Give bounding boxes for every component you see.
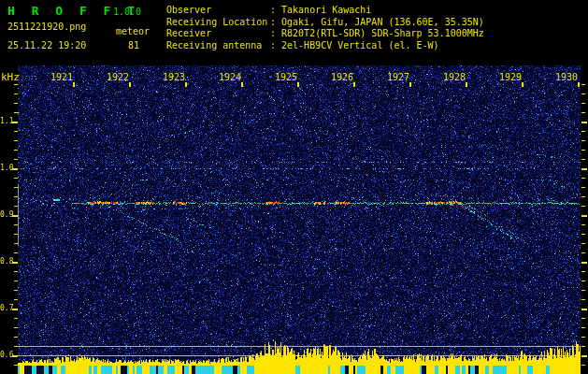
spectrogram-canvas bbox=[0, 0, 588, 374]
echo-count: 81 bbox=[128, 40, 139, 50]
y-tick-label: 0.8 bbox=[0, 258, 12, 266]
mode-label: meteor bbox=[116, 26, 150, 36]
filename: 2511221920.png bbox=[7, 22, 86, 32]
x-tick-label: 1925 bbox=[274, 73, 297, 82]
info-row-observer: Observer: Takanori Kawachi bbox=[166, 5, 484, 17]
info-label: Receiving antenna bbox=[166, 40, 270, 52]
y-tick-label: 0.9 bbox=[0, 211, 12, 219]
info-value: : Takanori Kawachi bbox=[270, 5, 371, 15]
info-label: Observer bbox=[166, 5, 270, 17]
datetime-label: 25.11.22 19:20 bbox=[7, 40, 86, 50]
y-tick-label: 1.0 bbox=[0, 165, 12, 172]
info-value: : R820T2(RTL-SDR) SDR-Sharp 53.1000MHz bbox=[270, 28, 484, 38]
info-row-location: Receiving Location: Ogaki, Gifu, JAPAN (… bbox=[166, 17, 484, 29]
y-tick-label: 0.6 bbox=[0, 352, 12, 359]
x-tick-label: 1926 bbox=[330, 73, 353, 82]
info-row-antenna: Receiving antenna: 2el-HB9CV Vertical (e… bbox=[166, 40, 484, 52]
x-tick-label: 1922 bbox=[106, 73, 129, 82]
x-tick-label: 1928 bbox=[442, 73, 466, 82]
info-label: Receiver bbox=[166, 28, 270, 40]
info-row-receiver: Receiver: R820T2(RTL-SDR) SDR-Sharp 53.1… bbox=[166, 28, 484, 40]
x-tick-label: 1921 bbox=[50, 73, 73, 82]
y-tick-label: 0.7 bbox=[0, 305, 12, 312]
x-tick-label: 1923 bbox=[162, 73, 185, 82]
y-axis-unit: kHz bbox=[1, 71, 20, 83]
info-value: : Ogaki, Gifu, JAPAN (136.60E, 35.35N) bbox=[270, 17, 484, 27]
x-tick-label: 1929 bbox=[498, 73, 522, 82]
y-tick-label: 1.1 bbox=[0, 118, 12, 125]
app-version: 1.0.0 bbox=[113, 7, 141, 17]
x-tick-label: 1924 bbox=[218, 73, 241, 82]
hrofft-chart: H R O F F T 1.0.0 2511221920.png meteor … bbox=[0, 0, 588, 374]
x-tick-label: 1927 bbox=[386, 73, 409, 82]
x-tick-label: 1930 bbox=[554, 73, 578, 82]
station-info: Observer: Takanori Kawachi Receiving Loc… bbox=[166, 5, 484, 51]
info-value: : 2el-HB9CV Vertical (el. E-W) bbox=[270, 40, 439, 50]
info-label: Receiving Location bbox=[166, 17, 270, 29]
